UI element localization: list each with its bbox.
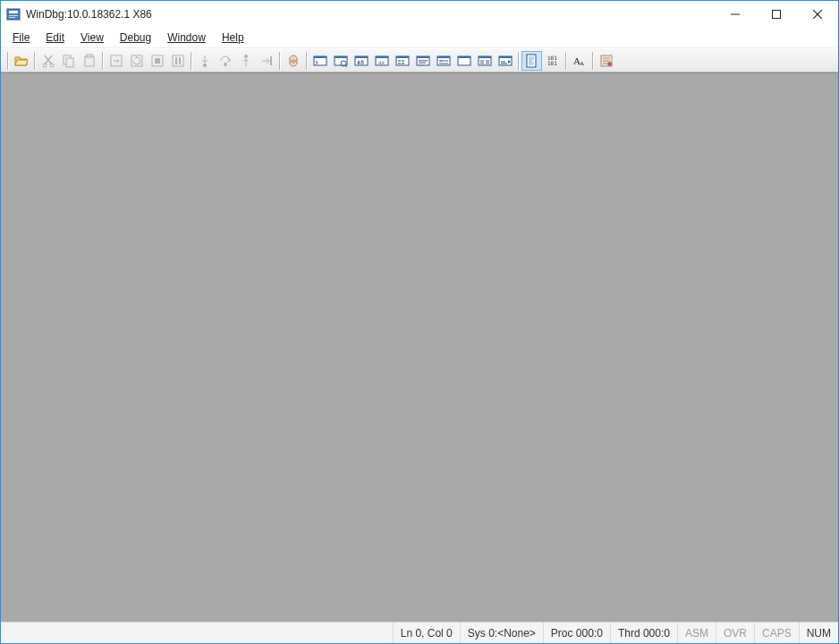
svg-point-22 <box>224 63 227 66</box>
svg-rect-45 <box>419 62 426 64</box>
app-icon <box>6 7 21 21</box>
maximize-button[interactable] <box>756 1 797 28</box>
locals-window-button[interactable] <box>351 51 371 71</box>
toolbar-separator <box>592 52 593 70</box>
open-button[interactable] <box>11 51 31 71</box>
svg-rect-2 <box>9 15 18 16</box>
step-into-button <box>194 51 215 71</box>
svg-rect-51 <box>458 56 470 58</box>
svg-rect-34 <box>376 56 388 58</box>
menubar: File Edit View Debug Window Help <box>1 28 838 48</box>
svg-rect-28 <box>335 56 347 58</box>
go-button <box>106 51 126 71</box>
memory-window-button[interactable] <box>392 51 412 71</box>
toolbar-separator <box>306 52 307 70</box>
svg-rect-5 <box>773 11 781 19</box>
svg-rect-43 <box>417 56 429 58</box>
svg-rect-53 <box>479 56 491 58</box>
source-mode-button[interactable] <box>521 51 542 71</box>
status-num: NUM <box>799 623 838 643</box>
toolbar: ax 101101 AA <box>1 48 838 72</box>
svg-rect-44 <box>419 60 428 62</box>
breakpoint-insert-button[interactable] <box>283 51 303 71</box>
svg-rect-37 <box>396 56 409 58</box>
status-sys: Sys 0:<None> <box>460 623 543 643</box>
svg-rect-17 <box>155 58 160 64</box>
svg-rect-57 <box>499 56 512 58</box>
svg-rect-40 <box>398 63 401 64</box>
menu-window[interactable]: Window <box>159 30 214 46</box>
menu-view[interactable]: View <box>72 30 112 46</box>
toolbar-separator <box>279 52 280 70</box>
menu-debug[interactable]: Debug <box>112 30 159 46</box>
status-asm: ASM <box>677 623 716 643</box>
svg-rect-26 <box>314 56 326 58</box>
toolbar-separator <box>7 52 8 70</box>
svg-rect-48 <box>437 56 450 58</box>
svg-rect-18 <box>173 55 183 66</box>
toolbar-separator <box>102 52 103 70</box>
svg-rect-64 <box>608 63 611 65</box>
window-title: WinDbg:10.0.18362.1 X86 <box>26 8 715 21</box>
svg-rect-3 <box>9 17 15 18</box>
stop-debugging-button <box>147 51 167 71</box>
svg-rect-13 <box>87 55 92 57</box>
command-window-button[interactable] <box>309 51 330 71</box>
mdi-workspace <box>1 72 838 622</box>
statusbar: Ln 0, Col 0 Sys 0:<None> Proc 000:0 Thrd… <box>1 622 838 643</box>
svg-rect-39 <box>402 60 404 62</box>
step-out-button <box>235 51 256 71</box>
break-button <box>167 51 188 71</box>
font-button[interactable]: AA <box>569 51 589 71</box>
cut-button <box>38 51 58 71</box>
svg-rect-46 <box>419 64 424 65</box>
options-button[interactable] <box>596 51 616 71</box>
scratchpad-window-button[interactable] <box>453 51 474 71</box>
step-over-button <box>215 51 235 71</box>
menu-file[interactable]: File <box>4 30 38 46</box>
restart-button <box>126 51 147 71</box>
status-ovr: OVR <box>716 623 754 643</box>
watch-window-button[interactable] <box>330 51 351 71</box>
svg-rect-1 <box>9 11 18 13</box>
svg-rect-32 <box>355 56 368 58</box>
processes-threads-button[interactable] <box>474 51 495 71</box>
window-controls <box>715 1 838 28</box>
svg-rect-20 <box>179 57 181 64</box>
svg-rect-11 <box>66 58 73 67</box>
titlebar: WinDbg:10.0.18362.1 X86 <box>1 1 838 28</box>
toolbar-separator <box>34 52 35 70</box>
minimize-button[interactable] <box>715 1 756 28</box>
toolbar-separator <box>565 52 566 70</box>
binary-button[interactable]: 101101 <box>542 51 563 71</box>
toolbar-separator <box>191 52 191 70</box>
command-browser-button[interactable] <box>495 51 515 71</box>
status-proc: Proc 000:0 <box>543 623 610 643</box>
copy-button <box>58 51 79 71</box>
svg-text:101: 101 <box>547 60 557 66</box>
run-to-cursor-button <box>256 51 276 71</box>
svg-point-23 <box>244 55 248 58</box>
registers-window-button[interactable]: ax <box>371 51 392 71</box>
svg-rect-24 <box>270 56 272 65</box>
svg-text:ax: ax <box>378 59 386 65</box>
svg-rect-41 <box>402 63 404 64</box>
paste-button <box>79 51 99 71</box>
svg-rect-19 <box>175 57 177 64</box>
svg-point-21 <box>203 64 207 67</box>
close-button[interactable] <box>797 1 838 28</box>
svg-rect-38 <box>398 60 401 62</box>
main-window: WinDbg:10.0.18362.1 X86 File Edit View D… <box>0 0 839 644</box>
svg-rect-55 <box>486 60 489 64</box>
status-spacer <box>1 623 393 643</box>
menu-edit[interactable]: Edit <box>38 30 72 46</box>
toolbar-separator <box>518 52 519 70</box>
svg-text:A: A <box>580 60 584 67</box>
status-caps: CAPS <box>754 623 799 643</box>
disassembly-window-button[interactable] <box>433 51 453 71</box>
svg-rect-0 <box>7 9 20 20</box>
calls-window-button[interactable] <box>412 51 433 71</box>
svg-rect-12 <box>85 56 94 66</box>
status-thrd: Thrd 000:0 <box>610 623 677 643</box>
menu-help[interactable]: Help <box>214 30 252 46</box>
